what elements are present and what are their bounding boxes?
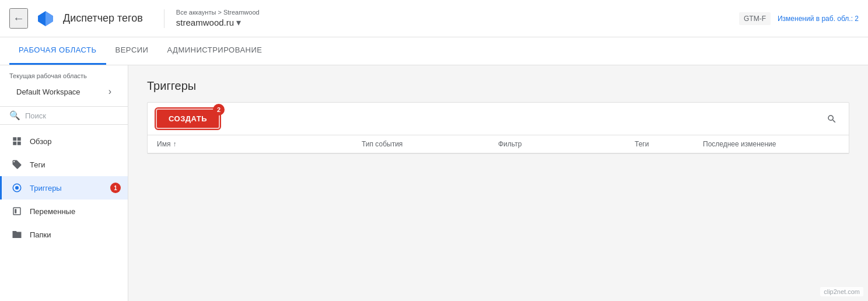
workspace-label: Текущая рабочая область (9, 72, 118, 79)
svg-rect-5 (15, 209, 16, 214)
tab-workspace[interactable]: РАБОЧАЯ ОБЛАСТЬ (9, 37, 106, 65)
create-button[interactable]: СОЗДАТЬ (157, 110, 219, 128)
workspace-selector[interactable]: Default Workspace › (9, 82, 118, 102)
variables-icon (11, 205, 23, 217)
tab-versions[interactable]: ВЕРСИИ (106, 37, 158, 65)
sidebar-item-overview[interactable]: Обзор (0, 130, 128, 153)
app-title: Диспетчер тегов (63, 12, 143, 24)
svg-point-4 (15, 186, 19, 190)
back-button[interactable]: ← (9, 8, 28, 29)
account-section: Все аккаунты > Streamwood streamwood.ru … (176, 9, 260, 28)
chevron-down-icon: ▾ (236, 17, 241, 28)
topbar-divider (164, 9, 164, 28)
sidebar-item-variables[interactable]: Переменные (0, 200, 128, 223)
search-input[interactable] (25, 111, 118, 120)
search-icon (827, 114, 837, 124)
create-button-wrapper: СОЗДАТЬ 2 (157, 110, 219, 128)
table-header: Имя ↑ Тип события Фильтр Теги Последнее … (148, 135, 849, 153)
search-icon: 🔍 (9, 110, 20, 121)
col-last-changed: Последнее изменение (703, 140, 839, 148)
main-content: Триггеры СОЗДАТЬ 2 Имя ↑ Тип событи (128, 65, 868, 301)
triggers-table-container: СОЗДАТЬ 2 Имя ↑ Тип события Фильтр Теги … (147, 102, 849, 154)
sidebar-nav: Обзор Теги Триггеры 1 (0, 125, 128, 301)
changes-label: Изменений в раб. обл.: 2 (778, 15, 859, 23)
folders-icon (11, 229, 23, 240)
sidebar: Текущая рабочая область Default Workspac… (0, 65, 128, 301)
main-layout: Текущая рабочая область Default Workspac… (0, 65, 868, 301)
app-logo (35, 8, 56, 29)
create-badge: 2 (213, 104, 225, 116)
workspace-section: Текущая рабочая область Default Workspac… (0, 65, 128, 106)
gtm-id: GTM-F (739, 12, 771, 25)
sidebar-item-label: Папки (30, 230, 51, 239)
overview-icon (11, 135, 23, 147)
svg-marker-2 (46, 11, 53, 26)
watermark: clip2net.com (820, 287, 863, 296)
navtabs: РАБОЧАЯ ОБЛАСТЬ ВЕРСИИ АДМИНИСТРИРОВАНИЕ (0, 37, 868, 65)
col-tags: Теги (635, 140, 703, 148)
chevron-right-icon: › (108, 86, 111, 97)
triggers-badge: 1 (110, 183, 121, 193)
sidebar-item-folders[interactable]: Папки (0, 223, 128, 246)
topbar: ← Диспетчер тегов Все аккаунты > Streamw… (0, 0, 868, 37)
account-selector[interactable]: streamwood.ru ▾ (176, 17, 260, 28)
col-filter: Фильтр (498, 140, 635, 148)
col-event-type: Тип события (362, 140, 498, 148)
search-button[interactable] (824, 111, 839, 127)
workspace-name: Default Workspace (16, 88, 80, 96)
sidebar-item-label: Переменные (30, 207, 75, 216)
tab-admin[interactable]: АДМИНИСТРИРОВАНИЕ (158, 37, 271, 65)
tags-icon (11, 159, 23, 170)
sidebar-item-label: Триггеры (30, 184, 62, 192)
account-name: streamwood.ru (176, 18, 234, 27)
col-name: Имя ↑ (157, 140, 362, 148)
sidebar-item-triggers[interactable]: Триггеры 1 (0, 176, 128, 200)
breadcrumb: Все аккаунты > Streamwood (176, 9, 260, 16)
sidebar-item-tags[interactable]: Теги (0, 153, 128, 176)
svg-marker-1 (38, 11, 46, 26)
sidebar-search-bar: 🔍 (0, 106, 128, 125)
sidebar-item-label: Теги (30, 160, 45, 169)
page-title: Триггеры (147, 79, 849, 93)
sort-arrow-icon: ↑ (173, 140, 176, 148)
table-toolbar: СОЗДАТЬ 2 (148, 103, 849, 135)
triggers-icon (11, 182, 23, 194)
sidebar-item-label: Обзор (30, 137, 52, 146)
